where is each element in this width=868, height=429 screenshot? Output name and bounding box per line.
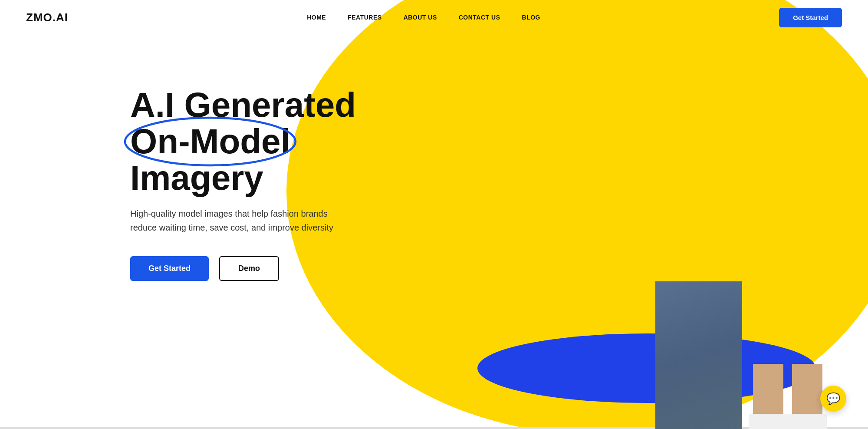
chat-button[interactable]: 💬	[820, 386, 846, 412]
navbar: ZMO.AI HOME FEATURES ABOUT US CONTACT US…	[0, 0, 868, 35]
nav-item-contact[interactable]: CONTACT US	[459, 13, 500, 21]
nav-item-features[interactable]: FEATURES	[348, 13, 381, 21]
nav-item-home[interactable]: HOME	[307, 13, 326, 21]
model-3-shoe-left	[749, 414, 788, 429]
nav-links: HOME FEATURES ABOUT US CONTACT US BLOG	[307, 13, 540, 21]
nav-item-blog[interactable]: BLOG	[522, 13, 540, 21]
nav-item-about[interactable]: ABOUT US	[404, 13, 437, 21]
hero-subtitle: High-quality model images that help fash…	[130, 207, 356, 234]
logo[interactable]: ZMO.AI	[26, 11, 68, 24]
hero-demo-button[interactable]: Demo	[219, 256, 279, 281]
model-2-jeans	[655, 281, 742, 429]
model-3-shoe-right	[788, 414, 827, 429]
hero-buttons: Get Started Demo	[130, 256, 356, 281]
chat-icon: 💬	[826, 392, 840, 406]
hero-content: A.I Generated On-Model Imagery High-qual…	[130, 87, 356, 281]
hero-title-highlight: On-Model	[130, 123, 290, 160]
nav-get-started-button[interactable]: Get Started	[779, 8, 842, 27]
hero-get-started-button[interactable]: Get Started	[130, 256, 209, 281]
hero-title: A.I Generated On-Model Imagery	[130, 87, 356, 196]
hero-section: A.I Generated On-Model Imagery High-qual…	[0, 0, 868, 429]
